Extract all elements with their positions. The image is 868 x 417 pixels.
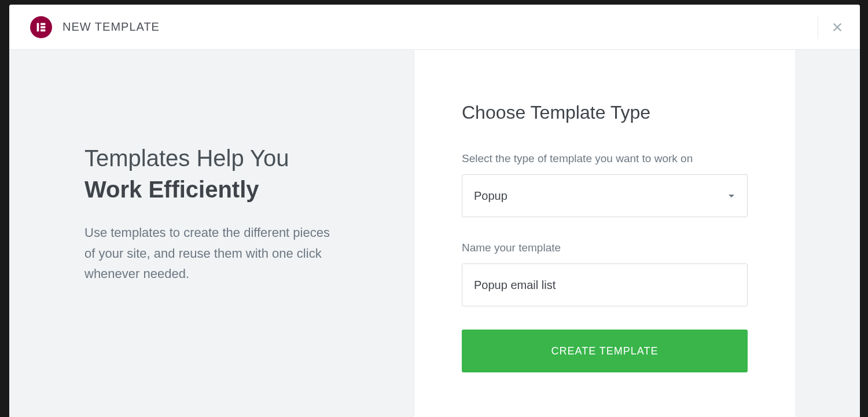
template-type-select-wrap: Popup bbox=[462, 174, 748, 217]
header-left: NEW TEMPLATE bbox=[30, 16, 160, 38]
form-heading: Choose Template Type bbox=[462, 102, 748, 123]
info-heading-line2: Work Efficiently bbox=[84, 177, 259, 202]
modal-title: NEW TEMPLATE bbox=[62, 20, 160, 34]
new-template-modal: NEW TEMPLATE Templates Help You Work Eff… bbox=[9, 5, 860, 417]
svg-rect-1 bbox=[41, 23, 45, 25]
svg-rect-2 bbox=[41, 26, 45, 28]
close-area bbox=[818, 16, 844, 39]
template-type-label: Select the type of template you want to … bbox=[462, 152, 748, 165]
info-heading: Templates Help You Work Efficiently bbox=[84, 142, 368, 205]
info-heading-line1: Templates Help You bbox=[84, 145, 289, 171]
elementor-logo-icon bbox=[30, 16, 52, 38]
modal-header: NEW TEMPLATE bbox=[9, 5, 860, 50]
close-icon bbox=[831, 21, 844, 34]
template-type-select[interactable]: Popup bbox=[462, 174, 748, 217]
template-name-label: Name your template bbox=[462, 242, 748, 254]
template-name-input[interactable] bbox=[462, 264, 748, 306]
header-divider bbox=[818, 16, 818, 39]
form-panel: Choose Template Type Select the type of … bbox=[414, 50, 795, 417]
info-description: Use templates to create the different pi… bbox=[84, 222, 339, 284]
svg-rect-3 bbox=[41, 29, 45, 31]
create-template-button[interactable]: CREATE TEMPLATE bbox=[462, 330, 748, 372]
modal-body: Templates Help You Work Efficiently Use … bbox=[9, 50, 860, 417]
svg-rect-0 bbox=[37, 23, 39, 31]
close-button[interactable] bbox=[831, 21, 844, 34]
info-panel: Templates Help You Work Efficiently Use … bbox=[9, 50, 414, 417]
